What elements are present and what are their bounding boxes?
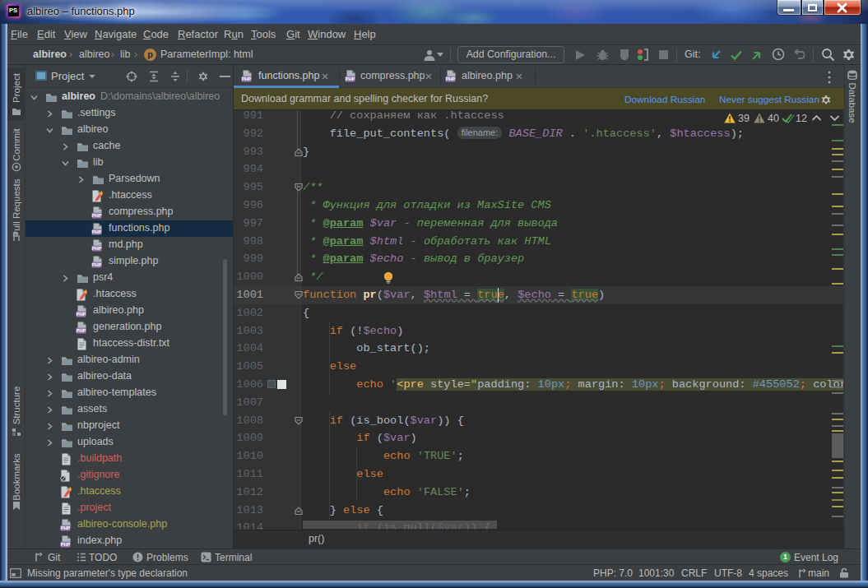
- svg-text:PHP: PHP: [92, 213, 102, 218]
- svg-text:PHP: PHP: [346, 76, 355, 81]
- svg-text:PHP: PHP: [92, 229, 102, 234]
- svg-text:PHP: PHP: [61, 542, 71, 547]
- svg-text:PHP: PHP: [92, 262, 102, 267]
- svg-text:PHP: PHP: [61, 525, 71, 530]
- svg-text:PHP: PHP: [242, 76, 252, 81]
- svg-text:PHP: PHP: [446, 76, 456, 81]
- svg-text:PHP: PHP: [77, 312, 86, 317]
- svg-text:PHP: PHP: [77, 328, 86, 333]
- svg-text:PHP: PHP: [92, 246, 102, 251]
